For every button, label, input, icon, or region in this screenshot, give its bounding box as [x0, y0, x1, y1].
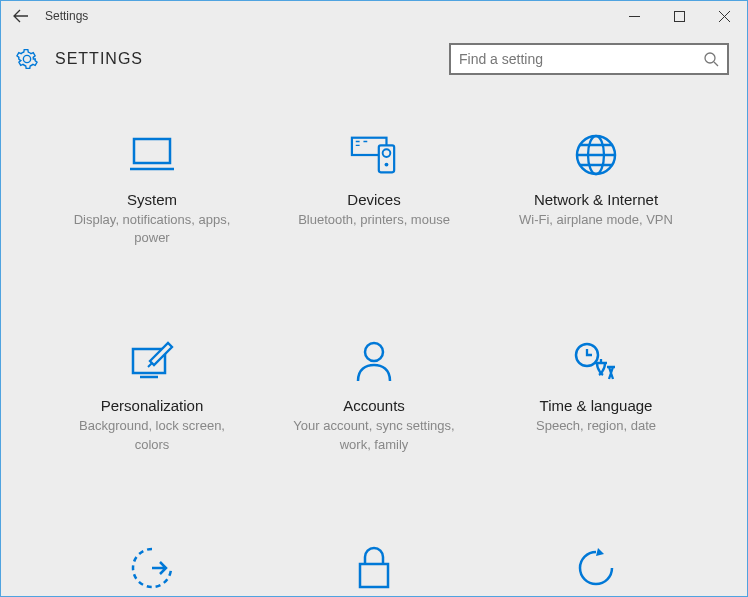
tile-desc: Background, lock screen, colors	[67, 417, 237, 453]
search-icon	[703, 51, 719, 67]
svg-rect-2	[134, 139, 170, 163]
settings-window: Settings SETTINGS	[0, 0, 748, 597]
svg-point-1	[705, 53, 715, 63]
time-language-icon	[572, 337, 620, 385]
window-title: Settings	[41, 9, 612, 23]
maximize-icon	[674, 11, 685, 22]
tile-ease-of-access[interactable]: Ease of Access	[41, 544, 263, 596]
tile-devices[interactable]: Devices Bluetooth, printers, mouse	[263, 131, 485, 247]
gear-icon	[16, 48, 38, 70]
settings-gear-icon	[13, 45, 41, 73]
maximize-button[interactable]	[657, 1, 702, 31]
tile-name: Devices	[347, 191, 400, 208]
tile-desc: Wi-Fi, airplane mode, VPN	[519, 211, 673, 229]
minimize-button[interactable]	[612, 1, 657, 31]
tile-time-language[interactable]: Time & language Speech, region, date	[485, 337, 707, 453]
network-icon	[572, 131, 620, 179]
accounts-icon	[350, 337, 398, 385]
tile-personalization[interactable]: Personalization Background, lock screen,…	[41, 337, 263, 453]
page-title: SETTINGS	[55, 50, 435, 68]
header: SETTINGS	[1, 31, 747, 83]
tile-desc: Your account, sync settings, work, famil…	[289, 417, 459, 453]
window-controls	[612, 1, 747, 31]
tile-system[interactable]: System Display, notifications, apps, pow…	[41, 131, 263, 247]
arrow-left-icon	[13, 8, 29, 24]
privacy-icon	[350, 544, 398, 592]
tile-desc: Display, notifications, apps, power	[67, 211, 237, 247]
search-input[interactable]	[459, 51, 703, 67]
update-security-icon	[572, 544, 620, 592]
tile-accounts[interactable]: Accounts Your account, sync settings, wo…	[263, 337, 485, 453]
tile-desc: Bluetooth, printers, mouse	[298, 211, 450, 229]
close-icon	[719, 11, 730, 22]
tile-name: Personalization	[101, 397, 204, 414]
tile-update-security[interactable]: Update & security	[485, 544, 707, 596]
minimize-icon	[629, 11, 640, 22]
personalization-icon	[128, 337, 176, 385]
devices-icon	[350, 131, 398, 179]
tile-name: Time & language	[540, 397, 653, 414]
tile-desc: Speech, region, date	[536, 417, 656, 435]
svg-rect-0	[675, 11, 685, 21]
tile-network[interactable]: Network & Internet Wi-Fi, airplane mode,…	[485, 131, 707, 247]
close-button[interactable]	[702, 1, 747, 31]
svg-rect-12	[360, 564, 388, 587]
tile-privacy[interactable]: Privacy	[263, 544, 485, 596]
system-icon	[128, 131, 176, 179]
titlebar: Settings	[1, 1, 747, 31]
ease-of-access-icon	[128, 544, 176, 592]
tile-name: Network & Internet	[534, 191, 658, 208]
svg-point-10	[365, 343, 383, 361]
search-box[interactable]	[449, 43, 729, 75]
tile-name: Accounts	[343, 397, 405, 414]
back-button[interactable]	[1, 1, 41, 31]
settings-grid: System Display, notifications, apps, pow…	[1, 131, 747, 596]
svg-point-6	[385, 163, 389, 167]
tile-name: System	[127, 191, 177, 208]
content-area: System Display, notifications, apps, pow…	[1, 83, 747, 596]
